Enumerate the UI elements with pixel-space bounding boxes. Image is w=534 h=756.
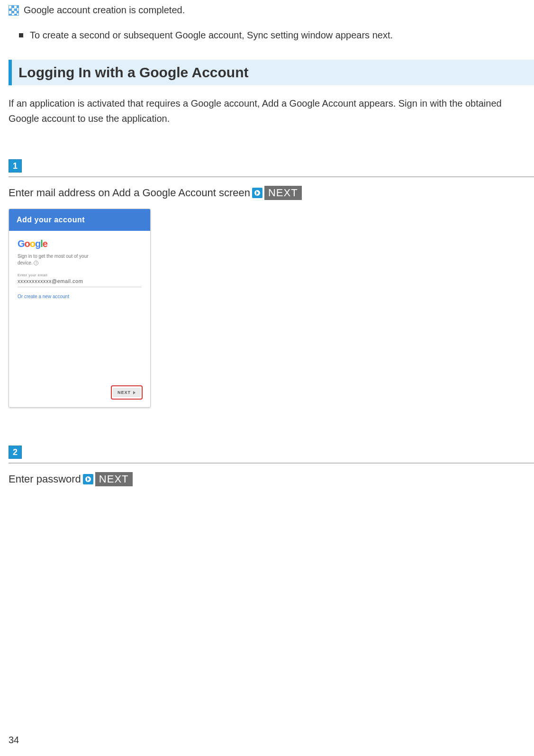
arrow-right-icon — [83, 474, 93, 484]
result-text: Google account creation is completed. — [24, 5, 185, 16]
mockup-body: Google Sign in to get the most out of yo… — [9, 231, 150, 299]
mockup-next-button-highlight: NEXT — [111, 385, 143, 400]
bullet-icon — [19, 33, 23, 37]
result-icon — [9, 5, 19, 16]
step-1-next-label: NEXT — [264, 186, 302, 200]
mockup-signin-desc: Sign in to get the most out of your devi… — [18, 253, 142, 266]
google-logo: Google — [18, 238, 142, 249]
step-1-divider — [9, 176, 534, 177]
chevron-right-icon — [133, 391, 136, 394]
result-line: Google account creation is completed. — [9, 5, 534, 16]
step-2-next-label: NEXT — [95, 472, 133, 486]
step-2-number: 2 — [9, 446, 22, 459]
info-icon: i — [34, 261, 38, 265]
step-2-instruction: Enter password NEXT — [9, 472, 534, 486]
mockup-email-input[interactable]: xxxxxxxxxxxx@email.com — [18, 277, 142, 287]
step-1-text: Enter mail address on Add a Google Accou… — [9, 187, 250, 199]
mockup-input-label: Enter your email — [18, 273, 142, 277]
mockup-next-button[interactable]: NEXT — [113, 388, 141, 397]
step-1-number: 1 — [9, 159, 22, 173]
step-1-instruction: Enter mail address on Add a Google Accou… — [9, 186, 534, 200]
arrow-right-icon — [252, 188, 262, 198]
note-bullet: To create a second or subsequent Google … — [19, 30, 534, 41]
add-account-mockup: Add your account Google Sign in to get t… — [9, 209, 151, 408]
step-2-number-wrap: 2 — [9, 446, 534, 459]
mockup-header: Add your account — [9, 209, 150, 231]
step-2-text: Enter password — [9, 473, 81, 485]
mockup-create-account-link[interactable]: Or create a new account — [18, 294, 142, 299]
step-1-number-wrap: 1 — [9, 159, 534, 173]
note-text: To create a second or subsequent Google … — [30, 30, 393, 41]
section-body: If an application is activated that requ… — [9, 96, 534, 126]
page-number: 34 — [9, 735, 19, 746]
step-2-divider — [9, 463, 534, 464]
section-heading: Logging In with a Google Account — [9, 60, 534, 85]
